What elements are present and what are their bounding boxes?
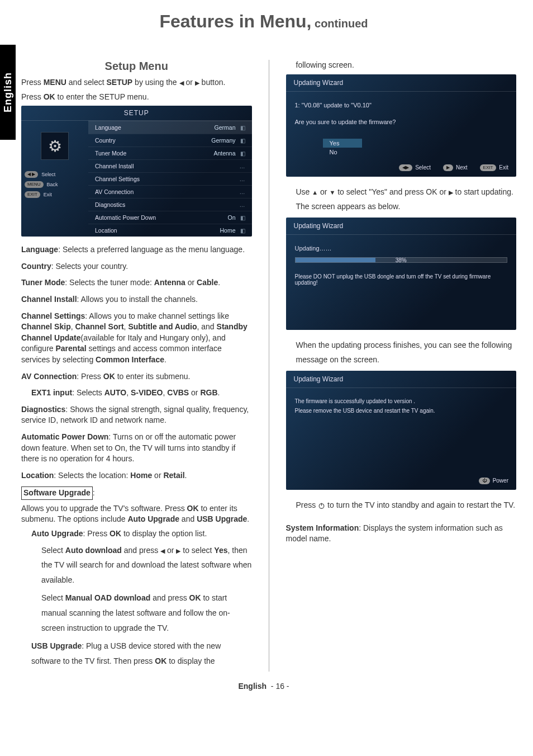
desc-ext1: EXT1 input: Selects AUTO, S-VIDEO, CVBS … xyxy=(31,388,252,399)
wiz3-footer: ⏻Power xyxy=(286,478,517,490)
hint-exit: EXITExit xyxy=(25,191,85,198)
wizard-confirm-screen: Updating Wizard 1: "V0.08" update to "V0… xyxy=(286,74,517,177)
setup-row-country: CountryGermany◧ xyxy=(88,134,252,147)
wizard-progress-screen: Updating Wizard Updating…… 38% Please DO… xyxy=(286,218,517,330)
desc-tuner: Tuner Mode: Selects the tuner mode: Ante… xyxy=(21,277,252,289)
setup-row-av-connection: AV Connection… xyxy=(88,185,252,198)
wiz1-footer: ◀▶Select ▶Next EXITExit xyxy=(286,164,517,177)
wiz3-msg1: The firmware is successfully updated to … xyxy=(295,398,508,404)
wiz2-title: Updating Wizard xyxy=(286,218,517,235)
page-footer: English - 16 - xyxy=(11,682,516,691)
desc-language: Language: Selects a preferred language a… xyxy=(21,244,252,256)
left-column: Setup Menu Press MENU and select SETUP b… xyxy=(21,43,252,672)
desc-auto-upgrade: Auto Upgrade: Press OK to display the op… xyxy=(31,528,252,540)
wiz1-options: Yes No xyxy=(323,139,508,157)
setup-screen-mock: SETUP ⚙ ◀ ▶Select MENUBack EXITExit Lang… xyxy=(21,106,252,237)
gear-icon: ⚙ xyxy=(41,132,69,160)
footer-page: - 16 - xyxy=(271,682,289,691)
wiz1-no: No xyxy=(323,148,362,157)
desc-channel-settings: Channel Settings: Allows you to make cha… xyxy=(21,311,252,366)
setup-row-channel-install: Channel Install… xyxy=(88,159,252,172)
wiz1-line2: Are you sure to update the firmware? xyxy=(295,119,508,125)
wiz2-progress: 38% xyxy=(295,257,508,263)
title-sub: continued xyxy=(311,17,368,30)
desc-location: Location: Selects the location: Home or … xyxy=(21,470,252,481)
hint-back: MENUBack xyxy=(25,181,85,188)
desc-software-upgrade-body: Allows you to upgrade the TV's software.… xyxy=(21,503,252,525)
footer-lang: English xyxy=(238,682,266,691)
page-title: Features in Menu, continued xyxy=(11,11,516,32)
intro-line-2: Press OK to enter the SETUP menu. xyxy=(21,92,252,103)
section-setup-menu: Setup Menu xyxy=(21,60,252,73)
desc-software-upgrade: Software Upgrade: xyxy=(21,486,252,500)
setup-sidebar: ⚙ ◀ ▶Select MENUBack EXITExit xyxy=(21,121,88,237)
desc-system-info: System Information: Displays the system … xyxy=(286,523,517,545)
after-wiz3: Press to turn the TV into standby and ag… xyxy=(296,498,517,513)
wizard-done-screen: Updating Wizard The firmware is successf… xyxy=(286,371,517,490)
setup-list: LanguageGerman◧ CountryGermany◧ Tuner Mo… xyxy=(88,121,252,237)
setup-row-location: LocationHome◧ xyxy=(88,224,252,237)
wiz2-warning: Please DO NOT unplug the USB dongle and … xyxy=(295,273,508,286)
setup-header: SETUP xyxy=(21,106,252,121)
setup-row-diagnostics: Diagnostics… xyxy=(88,198,252,211)
cont-following-screen: following screen. xyxy=(296,60,517,71)
desc-country: Country: Selects your country. xyxy=(21,261,252,272)
setup-row-channel-settings: Channel Settings… xyxy=(88,172,252,185)
after-wiz1: Use ▲ or ▼ to select "Yes" and press OK … xyxy=(296,185,517,214)
wiz1-title: Updating Wizard xyxy=(286,74,517,92)
power-icon xyxy=(318,502,325,509)
setup-row-tuner: Tuner ModeAntenna◧ xyxy=(88,147,252,159)
after-wiz2: When the updating process finishes, you … xyxy=(296,338,517,367)
desc-usb-upgrade: USB Upgrade: Plug a USB device stored wi… xyxy=(31,639,252,668)
wiz3-msg2: Please remove the USB device and restart… xyxy=(295,408,508,414)
desc-manual-oad: Select Manual OAD download and press OK … xyxy=(41,590,252,635)
desc-channel-install: Channel Install: Allows you to install t… xyxy=(21,294,252,305)
manual-page: Features in Menu, continued English Setu… xyxy=(0,0,533,702)
intro-line-1: Press MENU and select SETUP by using the… xyxy=(21,77,252,88)
column-separator xyxy=(269,60,269,672)
setup-row-apd: Automatic Power DownOn◧ xyxy=(88,211,252,224)
wiz2-updating: Updating…… xyxy=(295,245,508,252)
language-tab: English xyxy=(0,45,16,140)
right-column: following screen. Updating Wizard 1: "V0… xyxy=(286,43,517,672)
power-key-icon: ⏻ xyxy=(479,478,490,484)
title-main: Features in Menu, xyxy=(159,11,311,31)
desc-av-connection: AV Connection: Press OK to enter its sub… xyxy=(21,371,252,382)
hint-select: ◀ ▶Select xyxy=(25,171,85,178)
setup-row-language: LanguageGerman◧ xyxy=(88,121,252,134)
desc-diagnostics: Diagnostics: Shows the signal strength, … xyxy=(21,404,252,426)
desc-auto-download: Select Auto download and press ◀ or ▶ to… xyxy=(41,543,252,588)
progress-percent: 38% xyxy=(295,257,508,263)
wiz1-yes: Yes xyxy=(323,139,362,148)
wiz1-line1: 1: "V0.08" update to "V0.10" xyxy=(295,102,508,108)
wiz3-title: Updating Wizard xyxy=(286,371,517,388)
desc-apd: Automatic Power Down: Turns on or off th… xyxy=(21,432,252,465)
